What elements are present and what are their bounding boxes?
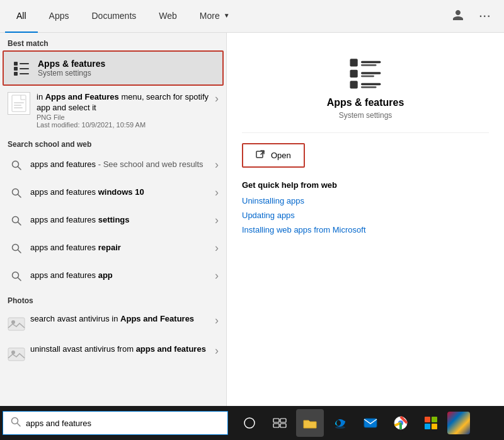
svg-rect-31: [361, 83, 381, 86]
web-result-5[interactable]: apps and features app: [0, 262, 226, 290]
svg-rect-48: [425, 424, 430, 429]
web-result-4-content: apps and features repair: [30, 243, 215, 253]
app-preview-icon: [348, 55, 383, 91]
svg-rect-29: [361, 72, 381, 74]
photo-result-1[interactable]: search avast antivirus in Apps and Featu…: [0, 308, 226, 338]
open-label: Open: [271, 151, 291, 160]
file-result-content: in Apps and Features menu, search for sp…: [37, 92, 215, 129]
svg-rect-2: [14, 72, 18, 76]
file-result-type: PNG File: [37, 113, 215, 121]
photo-result-1-title: search avast antivirus in Apps and Featu…: [30, 314, 215, 325]
web-result-2-chevron: [215, 186, 219, 199]
svg-rect-38: [273, 419, 279, 422]
web-result-3[interactable]: apps and features settings: [0, 207, 226, 234]
file-result-item[interactable]: in Apps and Features menu, search for sp…: [0, 87, 226, 134]
school-web-label: Search school and web: [0, 134, 226, 151]
svg-rect-43: [364, 419, 377, 427]
svg-line-15: [18, 222, 21, 225]
web-result-5-title: apps and features app: [30, 270, 215, 281]
svg-rect-41: [280, 424, 286, 427]
svg-rect-1: [14, 67, 18, 71]
web-result-4[interactable]: apps and features repair: [0, 234, 226, 262]
svg-rect-7: [14, 102, 24, 103]
web-result-1-chevron: [215, 158, 219, 171]
svg-line-13: [18, 194, 21, 197]
photo-result-2[interactable]: uninstall avast antivirus from apps and …: [0, 338, 226, 368]
app-preview-subtitle: System settings: [339, 111, 392, 120]
web-result-3-title: apps and features settings: [30, 215, 215, 226]
svg-rect-32: [361, 86, 377, 88]
open-icon: [256, 149, 266, 161]
search-input[interactable]: [26, 419, 220, 428]
mail-icon[interactable]: [357, 409, 384, 437]
file-icon: [8, 92, 30, 115]
svg-line-19: [18, 277, 21, 281]
web-result-3-content: apps and features settings: [30, 215, 215, 226]
web-result-4-title: apps and features repair: [30, 243, 215, 253]
search-loop-icon-5: [8, 267, 25, 285]
left-panel: Best match Apps & features System settin…: [0, 33, 227, 406]
svg-rect-30: [361, 76, 374, 78]
svg-point-42: [335, 426, 345, 429]
web-result-2[interactable]: apps and features windows 10: [0, 179, 226, 207]
tab-apps[interactable]: Apps: [38, 0, 81, 33]
svg-rect-39: [280, 419, 286, 422]
svg-rect-27: [361, 61, 381, 64]
svg-rect-0: [14, 62, 18, 66]
game-icon[interactable]: [447, 412, 470, 434]
tab-documents[interactable]: Documents: [80, 0, 147, 33]
top-nav: All Apps Documents Web More ▼ ···: [0, 0, 504, 33]
search-loop-icon-3: [8, 212, 25, 229]
quick-help-link-2[interactable]: Updating apps: [242, 211, 489, 220]
svg-rect-26: [350, 81, 358, 88]
tab-all[interactable]: All: [5, 0, 38, 33]
svg-rect-49: [432, 424, 437, 429]
svg-rect-28: [361, 64, 377, 66]
chrome-icon[interactable]: [387, 409, 415, 437]
web-result-2-content: apps and features windows 10: [30, 187, 215, 198]
web-result-4-chevron: [215, 241, 219, 255]
chevron-down-icon: ▼: [224, 12, 230, 19]
best-match-text: Apps & features System settings: [38, 59, 105, 78]
quick-help-title: Get quick help from web: [242, 180, 489, 190]
more-options-icon[interactable]: ···: [477, 8, 494, 25]
photos-label: Photos: [0, 290, 226, 308]
quick-help-link-3[interactable]: Installing web apps from Microsoft: [242, 225, 489, 234]
task-view-icon[interactable]: [236, 409, 263, 437]
apps-features-icon: [11, 58, 32, 78]
web-result-3-chevron: [215, 214, 219, 227]
open-button[interactable]: Open: [242, 143, 305, 168]
svg-point-21: [11, 320, 15, 324]
file-chevron-icon: [215, 92, 219, 105]
tab-more[interactable]: More ▼: [188, 0, 241, 33]
user-icon[interactable]: [449, 6, 467, 26]
file-explorer-icon[interactable]: [296, 409, 324, 437]
svg-line-11: [18, 166, 21, 170]
photo-result-1-chevron: [215, 314, 219, 327]
web-result-1[interactable]: apps and features - See school and web r…: [0, 151, 226, 179]
search-loop-icon-2: [8, 184, 25, 202]
photo-result-2-title: uninstall avast antivirus from apps and …: [30, 344, 215, 355]
svg-rect-40: [273, 424, 279, 427]
quick-help-link-1[interactable]: Uninstalling apps: [242, 196, 489, 206]
photo-icon-1: [8, 315, 25, 333]
web-result-5-content: apps and features app: [30, 270, 215, 281]
web-result-1-title: apps and features - See school and web r…: [30, 159, 215, 170]
search-loop-icon-1: [8, 156, 25, 174]
tab-web[interactable]: Web: [147, 0, 188, 33]
web-result-5-chevron: [215, 269, 219, 282]
nav-actions: ···: [449, 6, 499, 26]
multitasking-icon[interactable]: [266, 409, 294, 437]
main-container: Best match Apps & features System settin…: [0, 33, 504, 406]
photo-result-2-content: uninstall avast antivirus from apps and …: [30, 344, 215, 355]
svg-rect-4: [20, 68, 29, 69]
best-match-item[interactable]: Apps & features System settings: [3, 50, 224, 86]
svg-rect-8: [14, 105, 21, 106]
svg-rect-25: [350, 70, 358, 78]
app-preview: Apps & features System settings: [242, 45, 489, 133]
svg-rect-46: [425, 417, 430, 422]
svg-rect-20: [8, 318, 25, 330]
svg-line-36: [18, 424, 21, 427]
edge-browser-icon[interactable]: [326, 409, 354, 437]
store-icon[interactable]: [417, 409, 445, 437]
